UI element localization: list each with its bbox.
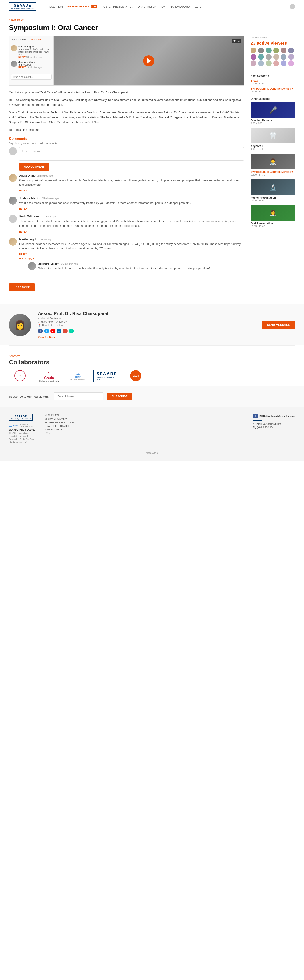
footer-brand: SEAADE-IARD-SEA 2020 — [9, 429, 35, 431]
comments-section: Comments Sign in to your account to add … — [9, 137, 244, 298]
comment-reply-btn-2[interactable]: REPLY — [19, 230, 27, 233]
comment-body-3: Martha Ingrid 2 hours ago Oral cancer in… — [19, 238, 244, 277]
other-session-name-0[interactable]: Opening Remark — [251, 119, 295, 122]
nav-poster[interactable]: POSTER PRESENTATION — [102, 5, 133, 8]
comment-header-3: Martha Ingrid 2 hours ago — [19, 238, 244, 241]
live-badge: LIVE — [91, 5, 97, 8]
comment-reply-btn-0[interactable]: REPLY — [19, 189, 27, 192]
load-more-button[interactable]: LOAD MORE — [9, 283, 35, 291]
content-left: Speaker Info Live Chat Martha Ingrid Imp… — [9, 36, 244, 298]
nav-reception[interactable]: RECEPTION — [47, 5, 63, 8]
footer-email: ✉ IADR.SEA@gmail.com — [253, 423, 295, 425]
tab-speaker-info[interactable]: Speaker Info — [9, 37, 28, 43]
viewer-7 — [251, 54, 256, 60]
tab-live-chat[interactable]: Live Chat — [28, 37, 44, 43]
comment-item-1: Joshure Maxim 25 minutes ago What if the… — [9, 197, 244, 210]
twitter-icon[interactable]: t — [44, 329, 49, 333]
newsletter-email-input[interactable] — [54, 393, 103, 401]
youtube-icon[interactable]: ▶ — [50, 329, 55, 333]
other-session-name-1[interactable]: Keynote I — [251, 145, 295, 148]
sponsor-cadr: CADR — [125, 370, 147, 381]
other-session-name-2[interactable]: Symposium II: Geriatric Dentistry — [251, 170, 295, 173]
session-geriatric-name[interactable]: Symposium II: Geriatric Dentistry — [251, 87, 295, 90]
comment-reply-btn-1[interactable]: REPLY — [19, 207, 27, 210]
other-session-name-3[interactable]: Poster Presentation — [251, 196, 295, 199]
viewer-14 — [258, 60, 264, 66]
viewer-4 — [273, 48, 279, 53]
linkedin-icon[interactable]: in — [56, 329, 61, 333]
speaker-chat-panel: Speaker Info Live Chat Martha Ingrid Imp… — [9, 37, 54, 85]
speaker-location: 📍 Bangkok, Thailand — [38, 324, 255, 327]
breadcrumb[interactable]: Virtual Room — [9, 18, 24, 21]
header-logo[interactable]: SEAADE BANGKOK, THAILAND 2020 — [9, 2, 36, 11]
add-comment-button[interactable]: ADD COMMENT — [19, 163, 49, 170]
active-viewers-count: 23 active viewers — [251, 41, 295, 46]
breadcrumb-area: Virtual Room — [0, 13, 304, 22]
nav-oral[interactable]: ORAL PRESENTATION — [138, 5, 166, 8]
desc-para2: Dr. Risa Chaisuparat is affiliated to Or… — [9, 97, 244, 107]
comment-author-3: Martha Ingrid — [19, 238, 37, 241]
footer-nav-reception[interactable]: RECEPTION — [45, 414, 74, 417]
footer-nav-oral[interactable]: ORAL PRESENTATION — [45, 425, 74, 427]
next-sessions-label: Next Sessions — [251, 74, 295, 77]
comment-textarea[interactable] — [19, 147, 244, 161]
sponsors-title: Collaborators — [9, 359, 295, 366]
comment-author-0: Alicia Diane — [19, 174, 35, 177]
send-message-button[interactable]: SEND MESSAGE — [262, 321, 295, 329]
subscribe-button[interactable]: SUBSCRIBE — [107, 393, 132, 400]
nav-nation[interactable]: NATION AWARD — [170, 5, 190, 8]
footer-logo-col: SEAADE BANGKOK, THAILAND 2020 ☁ IADR BAN… — [9, 414, 35, 444]
comment-time-2: 1 hour ago — [44, 215, 56, 218]
googleplus-icon[interactable]: g+ — [63, 329, 68, 333]
nav-expo[interactable]: EXPO — [194, 5, 202, 8]
header: SEAADE BANGKOK, THAILAND 2020 RECEPTION … — [0, 0, 304, 13]
iadr-footer-logo: ☁ IADR BANGKOK, THAILAND 2020 — [9, 423, 35, 428]
researchgate-icon[interactable]: RG — [69, 329, 74, 333]
footer-social-title: f IADR-Southeast Asian Division — [253, 414, 295, 418]
comment-reply-btn-3[interactable]: REPLY — [19, 253, 27, 256]
nested-text-0: What if the medical diagnosis has been i… — [38, 266, 244, 271]
footer-social-col: f IADR-Southeast Asian Division ✉ IADR.S… — [253, 414, 295, 444]
session-break: Break 12:00 - 13:00 — [251, 79, 295, 85]
chat-input[interactable] — [11, 74, 52, 80]
other-session-1: 🦷 Keynote I 9:00 - 10:00 — [251, 128, 295, 150]
session-break-name[interactable]: Break — [251, 79, 295, 82]
comments-signin: Sign in to your account to add comments. — [9, 142, 244, 145]
session-geriatric: Symposium II: Geriatric Dentistry 13:00 … — [251, 87, 295, 93]
chat-message-1: Joshure Maxim Impressive! REPLY 16 minut… — [11, 60, 52, 68]
hide-reply-toggle[interactable]: Hide 1 reply ▾ — [19, 257, 244, 260]
chat-message-0: Martha Ingrid Impressive! That's quite a… — [11, 45, 52, 59]
chat-reply-0[interactable]: REPLY — [18, 56, 26, 59]
other-session-3: 🔬 Poster Presentation 14:00 - 15:00 — [251, 180, 295, 202]
comment-avatar-2 — [9, 215, 17, 223]
comment-avatar-3 — [9, 238, 17, 246]
cadr-logo: CADR — [130, 370, 141, 381]
nested-author-0: Joshure Maxim — [38, 262, 59, 266]
footer-nav-virtual[interactable]: VIRTUAL ROOMS ▾ — [45, 417, 74, 420]
footer-nav-nation[interactable]: NATION AWARD — [45, 428, 74, 431]
footer-copy: Made with ♥ — [9, 452, 295, 454]
chat-body-0: Martha Ingrid Impressive! That's quite a… — [18, 45, 52, 59]
facebook-icon[interactable]: f — [38, 329, 43, 333]
viewer-15 — [266, 60, 272, 66]
sponsor-circle-logo: ✿ — [9, 370, 31, 381]
video-panel: Speaker Info Live Chat Martha Ingrid Imp… — [9, 36, 244, 86]
other-session-name-4[interactable]: Oral Presentation — [251, 222, 295, 225]
chat-reply-1[interactable]: REPLY — [18, 66, 26, 68]
comment-time-1: 25 minutes ago — [42, 197, 59, 200]
user-avatar-icon[interactable] — [290, 4, 295, 10]
play-button[interactable] — [143, 55, 154, 67]
footer-nav-poster[interactable]: POSTER PRESENTATION — [45, 421, 74, 424]
footer-nav-expo[interactable]: EXPO — [45, 432, 74, 434]
view-profile-link[interactable]: View Profile > — [38, 336, 55, 339]
sponsors-section: Sponsors Collaborators ✿ ข Chula Chulalo… — [0, 345, 304, 386]
footer-fb-icon[interactable]: f — [253, 414, 258, 418]
viewer-13 — [251, 60, 256, 66]
viewer-3 — [266, 48, 272, 53]
nested-header-0: Joshure Maxim 25 minutes ago — [38, 262, 244, 266]
desc-para1: Our first symposium on "Oral Cancer" wil… — [9, 90, 244, 95]
other-session-2: 👨‍⚕️ Symposium II: Geriatric Dentistry 1… — [251, 154, 295, 176]
nav-virtual-rooms[interactable]: VIRTUAL ROOMS LIVE — [67, 5, 97, 8]
sponsor-iadr: ☁ IADR by David Research — [67, 370, 89, 381]
comment-header-1: Joshure Maxim 25 minutes ago — [19, 197, 244, 200]
